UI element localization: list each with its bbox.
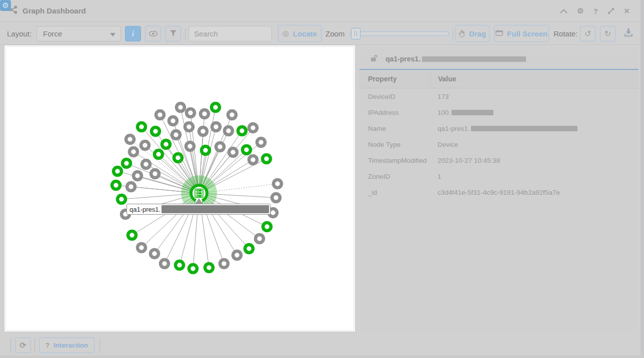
property-name: _id: [360, 189, 430, 196]
gear-icon: ⚙: [2, 1, 8, 10]
download-button[interactable]: [624, 28, 633, 39]
locate-button-label: Locate: [293, 29, 317, 38]
info-toggle-button[interactable]: i: [125, 26, 141, 41]
fullscreen-button[interactable]: Full Screen: [494, 25, 549, 42]
refresh-button[interactable]: ⟳: [15, 338, 31, 353]
property-name: IPAddress: [360, 109, 430, 116]
expand-icon[interactable]: [608, 7, 614, 14]
drag-button[interactable]: Drag: [455, 25, 490, 42]
property-table-body: DeviceID 173 IPAddress 100. Name qa1-pre…: [360, 88, 638, 200]
rotate-label: Rotate:: [554, 22, 578, 45]
graph-canvas[interactable]: qa1-pres1.: [4, 45, 356, 332]
property-column-header: Property: [360, 75, 430, 83]
node-tooltip-text: qa1-pres1.: [127, 206, 162, 213]
download-icon: [624, 30, 633, 38]
window-bottom-edge: [0, 356, 644, 358]
graph-svg[interactable]: [4, 45, 355, 332]
unlock-icon[interactable]: [370, 54, 378, 64]
locate-button[interactable]: ◎ Locate: [278, 25, 322, 42]
collapse-icon[interactable]: [560, 9, 568, 13]
property-name: ZoneID: [360, 173, 430, 180]
search-input[interactable]: [188, 26, 272, 41]
app-corner-badge[interactable]: ⚙: [0, 0, 11, 11]
toolbar-separator: [185, 28, 186, 39]
table-row[interactable]: Node Type Device: [360, 136, 638, 152]
rotate-cw-button[interactable]: ↻: [600, 26, 616, 41]
property-value: 173: [430, 93, 449, 100]
table-row[interactable]: Name qa1-pres1.: [360, 120, 638, 136]
zoom-slider-track[interactable]: [350, 31, 449, 36]
info-icon: i: [132, 29, 134, 38]
question-icon: ?: [46, 342, 50, 349]
rotate-ccw-button[interactable]: ↺: [580, 26, 596, 41]
table-row[interactable]: IPAddress 100.: [360, 104, 638, 120]
locate-target-icon: ◎: [282, 29, 289, 38]
eye-icon: [149, 29, 158, 38]
filter-funnel-icon: [170, 29, 176, 38]
table-row[interactable]: ZoneID 1: [360, 168, 638, 184]
rotate-cw-icon: ↻: [604, 29, 611, 38]
layout-select-value: Force: [43, 29, 62, 38]
chevron-down-icon: [110, 29, 116, 38]
property-name: TimestampModified: [360, 157, 430, 164]
settings-gear-icon[interactable]: ⚙: [577, 6, 584, 15]
bottom-bar: ⟳ ? Interaction: [0, 335, 640, 356]
window-controls: ⚙ ? ×: [560, 0, 630, 22]
selected-node-title: qa1-pres1.: [386, 55, 420, 63]
help-icon[interactable]: ?: [594, 7, 598, 15]
toolbar-separator: [452, 28, 453, 39]
node-properties-panel: qa1-pres1. Property Value DeviceID 173 I…: [360, 49, 638, 331]
zoom-label: Zoom: [326, 22, 344, 45]
title-bar: Graph Dashboard ⚙ ? ×: [0, 0, 640, 22]
visibility-button[interactable]: [145, 26, 161, 41]
table-row[interactable]: DeviceID 173: [360, 88, 638, 104]
layout-label: Layout:: [7, 22, 32, 45]
layout-select[interactable]: Force: [36, 26, 121, 41]
page-title: Graph Dashboard: [22, 6, 86, 15]
zoom-slider-handle[interactable]: [351, 28, 360, 39]
graph-toolbar: Layout: Force i ◎ Locate Zoom Drag: [0, 22, 640, 45]
property-name: DeviceID: [360, 93, 430, 100]
drag-button-label: Drag: [469, 29, 486, 38]
node-tooltip: qa1-pres1.: [126, 204, 270, 215]
property-value: 2023-10-27 10:45:38: [430, 157, 500, 164]
interaction-button[interactable]: ? Interaction: [39, 338, 94, 353]
property-value: 1: [430, 173, 442, 180]
window-right-edge: [640, 0, 644, 358]
node-tooltip-redaction: [162, 205, 269, 213]
filter-button[interactable]: [165, 26, 181, 41]
property-value: Device: [430, 141, 458, 148]
hand-icon: [458, 30, 465, 37]
interaction-button-label: Interaction: [54, 342, 88, 349]
monitor-icon: [496, 30, 503, 36]
close-icon[interactable]: ×: [624, 5, 630, 16]
table-row[interactable]: _id c3d4f41e-5f31-4c9c-9191-94b2a92f5a7e: [360, 184, 638, 200]
table-row[interactable]: TimestampModified 2023-10-27 10:45:38: [360, 152, 638, 168]
slider-grip-icon: [354, 31, 357, 36]
property-value: 100.: [430, 109, 494, 116]
value-redaction-bar: [452, 110, 494, 115]
panel-header: qa1-pres1.: [360, 49, 638, 70]
property-value: c3d4f41e-5f31-4c9c-9191-94b2a92f5a7e: [430, 189, 560, 196]
bottom-separator: [34, 339, 35, 353]
fullscreen-button-label: Full Screen: [507, 29, 548, 38]
property-value: qa1-pres1.: [430, 125, 578, 132]
bottom-separator: [100, 339, 100, 353]
value-column-header: Value: [430, 73, 456, 85]
rotate-ccw-icon: ↺: [584, 29, 591, 38]
value-redaction-bar: [471, 126, 578, 131]
bottom-separator: [10, 339, 11, 353]
property-name: Name: [360, 125, 430, 132]
refresh-icon: ⟳: [20, 341, 26, 350]
title-redaction-bar: [422, 56, 526, 62]
property-table-header: Property Value: [360, 70, 638, 88]
property-name: Node Type: [360, 141, 430, 148]
